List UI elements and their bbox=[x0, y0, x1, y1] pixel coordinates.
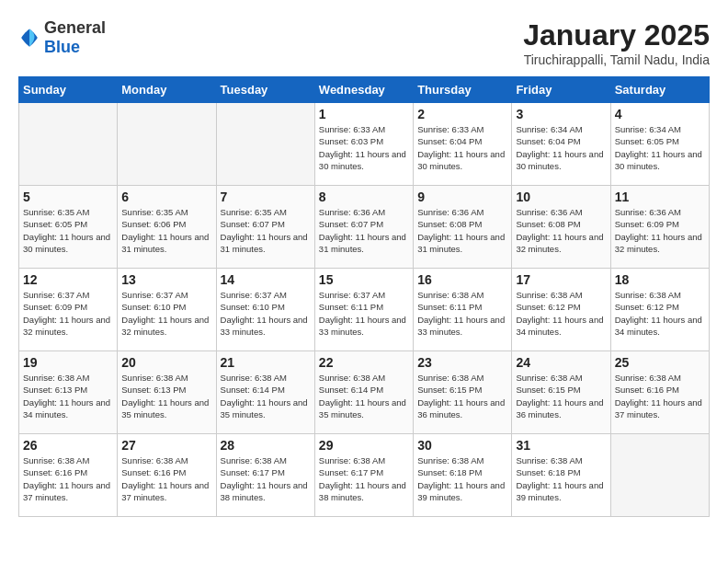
day-number: 4 bbox=[615, 107, 705, 121]
calendar-cell: 26Sunrise: 6:38 AM Sunset: 6:16 PM Dayli… bbox=[19, 434, 118, 517]
day-info: Sunrise: 6:36 AM Sunset: 6:08 PM Dayligh… bbox=[516, 206, 606, 255]
day-info: Sunrise: 6:38 AM Sunset: 6:14 PM Dayligh… bbox=[221, 372, 311, 420]
calendar-cell bbox=[610, 434, 709, 517]
day-info: Sunrise: 6:36 AM Sunset: 6:09 PM Dayligh… bbox=[615, 206, 705, 255]
calendar-week-3: 12Sunrise: 6:37 AM Sunset: 6:09 PM Dayli… bbox=[19, 269, 710, 351]
calendar-title: January 2025 bbox=[523, 18, 710, 52]
calendar-cell: 22Sunrise: 6:38 AM Sunset: 6:14 PM Dayli… bbox=[314, 351, 413, 434]
day-info: Sunrise: 6:38 AM Sunset: 6:17 PM Dayligh… bbox=[319, 454, 409, 503]
calendar-week-5: 26Sunrise: 6:38 AM Sunset: 6:16 PM Dayli… bbox=[19, 434, 710, 517]
calendar-body: 1Sunrise: 6:33 AM Sunset: 6:03 PM Daylig… bbox=[19, 103, 710, 517]
header-day-wednesday: Wednesday bbox=[314, 77, 413, 103]
day-number: 9 bbox=[417, 190, 507, 204]
day-info: Sunrise: 6:38 AM Sunset: 6:16 PM Dayligh… bbox=[121, 454, 211, 503]
calendar-cell: 24Sunrise: 6:38 AM Sunset: 6:15 PM Dayli… bbox=[512, 351, 610, 434]
header-day-monday: Monday bbox=[118, 77, 216, 103]
header-day-saturday: Saturday bbox=[610, 77, 709, 103]
calendar-cell: 30Sunrise: 6:38 AM Sunset: 6:18 PM Dayli… bbox=[414, 434, 512, 517]
logo-icon bbox=[18, 27, 40, 49]
day-info: Sunrise: 6:38 AM Sunset: 6:16 PM Dayligh… bbox=[23, 454, 113, 503]
calendar-cell: 29Sunrise: 6:38 AM Sunset: 6:17 PM Dayli… bbox=[314, 434, 413, 517]
calendar-cell: 25Sunrise: 6:38 AM Sunset: 6:16 PM Dayli… bbox=[610, 351, 709, 434]
day-number: 14 bbox=[221, 272, 311, 287]
day-number: 26 bbox=[23, 438, 113, 453]
day-number: 18 bbox=[615, 272, 705, 287]
day-info: Sunrise: 6:37 AM Sunset: 6:09 PM Dayligh… bbox=[23, 289, 113, 338]
day-number: 25 bbox=[615, 355, 705, 370]
calendar-cell: 31Sunrise: 6:38 AM Sunset: 6:18 PM Dayli… bbox=[512, 434, 610, 517]
day-number: 5 bbox=[23, 190, 113, 204]
calendar-cell: 11Sunrise: 6:36 AM Sunset: 6:09 PM Dayli… bbox=[610, 186, 709, 269]
day-number: 22 bbox=[319, 355, 409, 370]
day-info: Sunrise: 6:36 AM Sunset: 6:07 PM Dayligh… bbox=[319, 206, 409, 255]
day-info: Sunrise: 6:38 AM Sunset: 6:14 PM Dayligh… bbox=[319, 372, 409, 420]
header-day-thursday: Thursday bbox=[414, 77, 512, 103]
calendar-cell: 20Sunrise: 6:38 AM Sunset: 6:13 PM Dayli… bbox=[118, 351, 216, 434]
day-info: Sunrise: 6:37 AM Sunset: 6:10 PM Dayligh… bbox=[121, 289, 211, 338]
day-number: 24 bbox=[516, 355, 606, 370]
calendar-cell: 6Sunrise: 6:35 AM Sunset: 6:06 PM Daylig… bbox=[118, 186, 216, 269]
day-number: 19 bbox=[23, 355, 113, 370]
day-info: Sunrise: 6:38 AM Sunset: 6:15 PM Dayligh… bbox=[417, 372, 507, 420]
title-area: January 2025 Tiruchirappalli, Tamil Nadu… bbox=[523, 18, 710, 67]
page-header: General Blue January 2025 Tiruchirappall… bbox=[18, 18, 710, 67]
calendar-cell: 15Sunrise: 6:37 AM Sunset: 6:11 PM Dayli… bbox=[314, 269, 413, 351]
day-info: Sunrise: 6:35 AM Sunset: 6:07 PM Dayligh… bbox=[221, 206, 311, 255]
day-number: 17 bbox=[516, 272, 606, 287]
logo: General Blue bbox=[18, 18, 106, 57]
calendar-cell: 8Sunrise: 6:36 AM Sunset: 6:07 PM Daylig… bbox=[314, 186, 413, 269]
day-number: 21 bbox=[221, 355, 311, 370]
calendar-cell: 16Sunrise: 6:38 AM Sunset: 6:11 PM Dayli… bbox=[414, 269, 512, 351]
calendar-cell: 4Sunrise: 6:34 AM Sunset: 6:05 PM Daylig… bbox=[610, 103, 709, 186]
calendar-cell: 28Sunrise: 6:38 AM Sunset: 6:17 PM Dayli… bbox=[216, 434, 314, 517]
day-number: 11 bbox=[615, 190, 705, 204]
day-info: Sunrise: 6:34 AM Sunset: 6:04 PM Dayligh… bbox=[516, 123, 606, 172]
calendar-cell: 1Sunrise: 6:33 AM Sunset: 6:03 PM Daylig… bbox=[314, 103, 413, 186]
day-info: Sunrise: 6:37 AM Sunset: 6:10 PM Dayligh… bbox=[221, 289, 311, 338]
day-number: 7 bbox=[221, 190, 311, 204]
calendar-cell: 5Sunrise: 6:35 AM Sunset: 6:05 PM Daylig… bbox=[19, 186, 118, 269]
calendar-cell: 2Sunrise: 6:33 AM Sunset: 6:04 PM Daylig… bbox=[414, 103, 512, 186]
day-info: Sunrise: 6:38 AM Sunset: 6:11 PM Dayligh… bbox=[417, 289, 507, 338]
day-number: 1 bbox=[319, 107, 409, 121]
calendar-cell bbox=[118, 103, 216, 186]
day-info: Sunrise: 6:38 AM Sunset: 6:18 PM Dayligh… bbox=[417, 454, 507, 503]
header-day-tuesday: Tuesday bbox=[216, 77, 314, 103]
calendar-cell: 13Sunrise: 6:37 AM Sunset: 6:10 PM Dayli… bbox=[118, 269, 216, 351]
calendar-cell bbox=[216, 103, 314, 186]
day-number: 16 bbox=[417, 272, 507, 287]
calendar-cell: 10Sunrise: 6:36 AM Sunset: 6:08 PM Dayli… bbox=[512, 186, 610, 269]
calendar-subtitle: Tiruchirappalli, Tamil Nadu, India bbox=[523, 52, 710, 67]
day-number: 15 bbox=[319, 272, 409, 287]
calendar-cell: 21Sunrise: 6:38 AM Sunset: 6:14 PM Dayli… bbox=[216, 351, 314, 434]
calendar-cell: 18Sunrise: 6:38 AM Sunset: 6:12 PM Dayli… bbox=[610, 269, 709, 351]
day-number: 30 bbox=[417, 438, 507, 453]
calendar-cell: 7Sunrise: 6:35 AM Sunset: 6:07 PM Daylig… bbox=[216, 186, 314, 269]
day-info: Sunrise: 6:38 AM Sunset: 6:18 PM Dayligh… bbox=[516, 454, 606, 503]
calendar-week-4: 19Sunrise: 6:38 AM Sunset: 6:13 PM Dayli… bbox=[19, 351, 710, 434]
day-info: Sunrise: 6:38 AM Sunset: 6:12 PM Dayligh… bbox=[615, 289, 705, 338]
day-info: Sunrise: 6:38 AM Sunset: 6:13 PM Dayligh… bbox=[121, 372, 211, 420]
day-number: 23 bbox=[417, 355, 507, 370]
day-info: Sunrise: 6:35 AM Sunset: 6:05 PM Dayligh… bbox=[23, 206, 113, 255]
header-day-friday: Friday bbox=[512, 77, 610, 103]
day-info: Sunrise: 6:38 AM Sunset: 6:15 PM Dayligh… bbox=[516, 372, 606, 420]
day-info: Sunrise: 6:33 AM Sunset: 6:03 PM Dayligh… bbox=[319, 123, 409, 172]
day-info: Sunrise: 6:38 AM Sunset: 6:17 PM Dayligh… bbox=[221, 454, 311, 503]
day-number: 31 bbox=[516, 438, 606, 453]
day-number: 6 bbox=[121, 190, 211, 204]
calendar-cell bbox=[19, 103, 118, 186]
day-info: Sunrise: 6:35 AM Sunset: 6:06 PM Dayligh… bbox=[121, 206, 211, 255]
day-number: 8 bbox=[319, 190, 409, 204]
day-info: Sunrise: 6:38 AM Sunset: 6:13 PM Dayligh… bbox=[23, 372, 113, 420]
calendar-cell: 9Sunrise: 6:36 AM Sunset: 6:08 PM Daylig… bbox=[414, 186, 512, 269]
calendar-cell: 17Sunrise: 6:38 AM Sunset: 6:12 PM Dayli… bbox=[512, 269, 610, 351]
calendar-cell: 23Sunrise: 6:38 AM Sunset: 6:15 PM Dayli… bbox=[414, 351, 512, 434]
day-info: Sunrise: 6:33 AM Sunset: 6:04 PM Dayligh… bbox=[417, 123, 507, 172]
day-info: Sunrise: 6:37 AM Sunset: 6:11 PM Dayligh… bbox=[319, 289, 409, 338]
logo-general-text: General Blue bbox=[44, 18, 106, 57]
day-info: Sunrise: 6:38 AM Sunset: 6:12 PM Dayligh… bbox=[516, 289, 606, 338]
calendar-cell: 14Sunrise: 6:37 AM Sunset: 6:10 PM Dayli… bbox=[216, 269, 314, 351]
day-info: Sunrise: 6:38 AM Sunset: 6:16 PM Dayligh… bbox=[615, 372, 705, 420]
calendar-week-2: 5Sunrise: 6:35 AM Sunset: 6:05 PM Daylig… bbox=[19, 186, 710, 269]
